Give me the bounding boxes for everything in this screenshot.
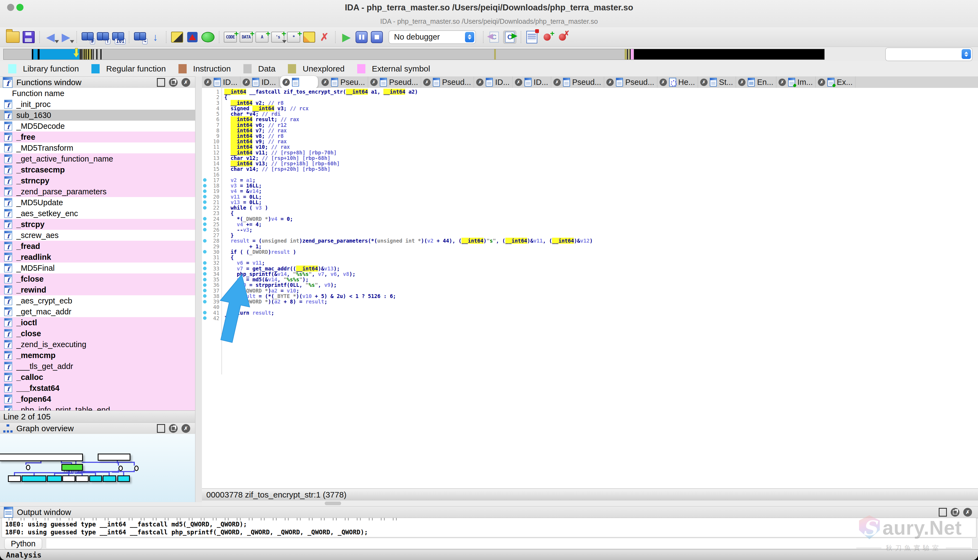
close-tab-icon[interactable]: ✗ (322, 78, 329, 86)
function-row[interactable]: f_rewind (0, 284, 195, 295)
pause-process-icon[interactable] (355, 30, 368, 44)
stop-process-icon[interactable] (371, 30, 383, 44)
function-row[interactable]: f_zend_is_executing (0, 339, 195, 350)
close-tab-icon[interactable]: ✗ (606, 78, 614, 86)
debugger-select[interactable]: No debugger (388, 30, 476, 44)
function-row[interactable]: f_free (0, 132, 195, 142)
function-row[interactable]: fsub_1630 (0, 110, 195, 121)
start-process-icon[interactable]: ▶ (340, 30, 353, 44)
tab-He...[interactable]: ✗He... (657, 77, 698, 88)
function-row[interactable]: f_init_proc (0, 99, 195, 110)
close-tab-icon[interactable]: ✗ (700, 78, 708, 86)
restore-panel-icon[interactable] (169, 424, 178, 433)
jump-name-icon[interactable]: T (97, 30, 109, 44)
function-row[interactable]: f_close (0, 328, 195, 339)
add-breakpoint-icon[interactable]: + (541, 30, 553, 44)
function-row[interactable]: f___tls_get_addr (0, 361, 195, 372)
function-row[interactable]: f_MD5Transform (0, 142, 195, 153)
function-row[interactable]: f_screw_aes (0, 230, 195, 241)
make-code-icon[interactable]: CODE+ (224, 30, 237, 44)
function-row[interactable]: f_php_info_print_table_end (0, 405, 195, 410)
tab-ID...[interactable]: ✗ID... (240, 77, 279, 88)
function-row[interactable]: f_readlink (0, 252, 195, 263)
close-panel-icon[interactable]: ✗ (182, 78, 190, 87)
output-window-header[interactable]: Output window ✗ (0, 506, 978, 518)
graph-overview-canvas[interactable] (0, 434, 195, 502)
functions-list[interactable]: f_init_procfsub_1630f_MD5Decodef_freef_M… (0, 99, 195, 410)
close-tab-icon[interactable]: ✗ (818, 78, 825, 86)
debugger-select[interactable]: No debugger (386, 30, 479, 44)
functions-window-header[interactable]: f Functions window ✗ (0, 77, 195, 88)
tab-Pseud...[interactable]: ✗Pseud... (604, 77, 657, 88)
back-icon[interactable]: ◀ (44, 30, 57, 44)
undefine-icon[interactable]: ✗ (318, 30, 331, 44)
jump-address-icon[interactable]: # (81, 30, 94, 44)
close-tab-icon[interactable]: ✗ (778, 78, 786, 86)
function-row[interactable]: f_strcasecmp (0, 164, 195, 175)
edit-icon[interactable] (303, 30, 315, 44)
close-tab-icon[interactable]: ✗ (476, 78, 483, 86)
make-name-icon[interactable]: A+ (255, 30, 268, 44)
jump-next-icon[interactable]: → (134, 30, 146, 44)
close-tab-icon[interactable]: ✗ (553, 78, 561, 86)
function-row[interactable]: f_MD5Update (0, 197, 195, 208)
vertical-splitter[interactable] (195, 77, 202, 502)
problems-icon[interactable] (186, 30, 199, 44)
tab-Pseud...[interactable]: ✗Pseud... (551, 77, 604, 88)
close-panel-icon[interactable]: ✗ (182, 424, 190, 433)
graph-overview-header[interactable]: Graph overview ✗ (0, 422, 195, 435)
function-row[interactable]: f_aes_setkey_enc (0, 208, 195, 219)
function-row[interactable]: f_fclose (0, 273, 195, 284)
restore-panel-icon[interactable] (951, 508, 960, 517)
restore-panel-icon[interactable] (169, 78, 178, 87)
function-row[interactable]: f_get_active_function_name (0, 153, 195, 164)
ellipse-icon[interactable] (202, 30, 215, 44)
tab-Pseud...[interactable]: ✗Pseud... (421, 77, 474, 88)
function-row[interactable]: f_get_mac_addr (0, 306, 195, 317)
patch-program-icon[interactable] (171, 30, 183, 44)
function-row[interactable]: f_calloc (0, 372, 195, 383)
function-row[interactable]: f_MD5Final (0, 263, 195, 273)
forward-icon[interactable]: ▶ (60, 30, 72, 44)
pseudocode-view[interactable]: 1__int64 __fastcall zif_tos_encrypt_str(… (202, 88, 978, 488)
tab-St...[interactable]: ✗ASt... (698, 77, 736, 88)
stepper-icon[interactable] (465, 32, 474, 42)
close-tab-icon[interactable]: ✗ (660, 78, 667, 86)
float-panel-icon[interactable] (939, 508, 947, 517)
function-row[interactable]: f_aes_crypt_ecb (0, 295, 195, 306)
horizontal-scroll-strip[interactable] (202, 500, 978, 506)
close-tab-icon[interactable]: ✗ (282, 78, 290, 86)
tab-Im...[interactable]: ✗Im... (776, 77, 816, 88)
tab-Pseud...[interactable]: ✗Pseud... (368, 77, 421, 88)
close-tab-icon[interactable]: ✗ (423, 78, 431, 86)
output-log[interactable]: 18E0: using guessed type __int64 __fastc… (2, 518, 976, 537)
tab-ID...[interactable]: ✗ID... (202, 77, 240, 88)
close-tab-icon[interactable]: ✗ (515, 78, 522, 86)
open-file-icon[interactable] (6, 30, 20, 44)
functions-column-header[interactable]: Function name (0, 88, 195, 99)
tab-Ex...[interactable]: ✗Ex... (816, 77, 855, 88)
close-tab-icon[interactable]: ✗ (204, 78, 212, 86)
function-row[interactable]: f_strcpy (0, 219, 195, 230)
debugger-notes-icon[interactable] (526, 30, 538, 44)
save-icon[interactable] (22, 30, 35, 44)
tab-active-pseudocode[interactable]: ✗ (280, 76, 318, 89)
run-to-cursor-icon[interactable]: C◀ (488, 31, 500, 43)
function-row[interactable]: f_MD5Decode (0, 121, 195, 132)
jump-down-icon[interactable]: ↓ (149, 30, 162, 44)
tab-ID...[interactable]: ✗ID... (474, 77, 513, 88)
run-until-return-icon[interactable]: C▶ (503, 30, 516, 44)
float-panel-icon[interactable] (157, 424, 165, 433)
python-input[interactable] (46, 538, 973, 549)
close-tab-icon[interactable]: ✗ (738, 78, 745, 86)
make-data-icon[interactable]: DATA+ (240, 30, 253, 44)
tab-En...[interactable]: ✗En... (736, 77, 776, 88)
jump-binary-icon[interactable]: 101 (112, 30, 125, 44)
python-button[interactable]: Python (4, 538, 42, 549)
function-row[interactable]: f_fopen64 (0, 393, 195, 405)
function-row[interactable]: f_memcmp (0, 350, 195, 361)
close-tab-icon[interactable]: ✗ (370, 78, 378, 86)
delete-breakpoint-icon[interactable]: ✗ (556, 30, 569, 44)
make-array-icon[interactable]: *+ (287, 30, 300, 44)
navigation-band[interactable] (3, 49, 825, 60)
